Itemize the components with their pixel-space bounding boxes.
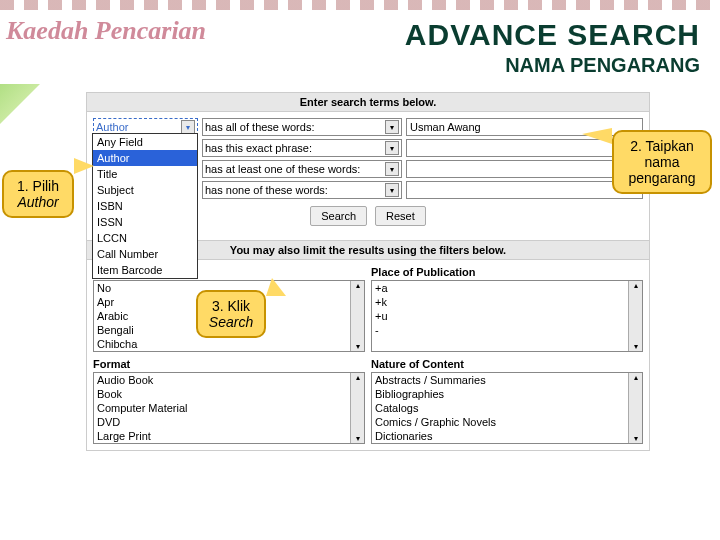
op-value: has all of these words: bbox=[205, 121, 314, 133]
operator-select[interactable]: has this exact phrase: ▾ bbox=[202, 139, 402, 157]
list-item[interactable]: DVD bbox=[94, 415, 364, 429]
nature-listbox[interactable]: Abstracts / Summaries Bibliographies Cat… bbox=[371, 372, 643, 444]
chevron-down-icon: ▾ bbox=[385, 120, 399, 134]
dropdown-option[interactable]: Call Number bbox=[93, 246, 197, 262]
chevron-down-icon: ▾ bbox=[385, 162, 399, 176]
reset-button[interactable]: Reset bbox=[375, 206, 426, 226]
chevron-down-icon: ▾ bbox=[181, 120, 195, 134]
filter-label: Format bbox=[93, 358, 365, 370]
list-item[interactable]: +a bbox=[372, 281, 642, 295]
search-term-input[interactable] bbox=[406, 160, 643, 178]
list-item[interactable]: Abstracts / Summaries bbox=[372, 373, 642, 387]
list-item[interactable]: Book bbox=[94, 387, 364, 401]
filter-grid: Language No Apr Arabic Bengali Chibcha ▴… bbox=[87, 260, 649, 450]
list-item[interactable]: Chibcha bbox=[94, 337, 364, 351]
search-term-input[interactable] bbox=[406, 181, 643, 199]
dropdown-option[interactable]: Subject bbox=[93, 182, 197, 198]
header: Kaedah Pencarian ADVANCE SEARCH NAMA PEN… bbox=[0, 10, 720, 88]
filter-format: Format Audio Book Book Computer Material… bbox=[93, 358, 365, 444]
decorative-top-border bbox=[0, 0, 720, 10]
op-value: has none of these words: bbox=[205, 184, 328, 196]
list-item[interactable]: Dictionaries bbox=[372, 429, 642, 443]
format-listbox[interactable]: Audio Book Book Computer Material DVD La… bbox=[93, 372, 365, 444]
filter-nature: Nature of Content Abstracts / Summaries … bbox=[371, 358, 643, 444]
scrollbar[interactable]: ▴▾ bbox=[628, 281, 642, 351]
dropdown-option[interactable]: ISBN bbox=[93, 198, 197, 214]
dropdown-option-selected[interactable]: Author bbox=[93, 150, 197, 166]
list-item[interactable]: Catalogs bbox=[372, 401, 642, 415]
dropdown-option[interactable]: Item Barcode bbox=[93, 262, 197, 278]
callout-text: pengarang bbox=[629, 170, 696, 186]
scrollbar[interactable]: ▴▾ bbox=[350, 281, 364, 351]
callout-1: 1. Pilih Author bbox=[2, 170, 74, 218]
operator-select[interactable]: has all of these words: ▾ bbox=[202, 118, 402, 136]
form-heading: Enter search terms below. bbox=[87, 93, 649, 112]
search-button[interactable]: Search bbox=[310, 206, 367, 226]
callout-text: 3. Klik bbox=[212, 298, 250, 314]
callout-3: 3. Klik Search bbox=[196, 290, 266, 338]
list-item[interactable]: Computer Material bbox=[94, 401, 364, 415]
callout-text: 1. Pilih bbox=[17, 178, 59, 194]
filter-label: Place of Publication bbox=[371, 266, 643, 278]
callout-text: Search bbox=[209, 314, 253, 330]
scrollbar[interactable]: ▴▾ bbox=[628, 373, 642, 443]
logo-text: Kaedah Pencarian bbox=[6, 16, 206, 46]
operator-select[interactable]: has at least one of these words: ▾ bbox=[202, 160, 402, 178]
page-subtitle: NAMA PENGARANG bbox=[505, 54, 700, 77]
decorative-triangle bbox=[0, 84, 40, 124]
callout-2: 2. Taipkan nama pengarang bbox=[612, 130, 712, 194]
callout-text: 2. Taipkan bbox=[630, 138, 694, 154]
list-item[interactable]: +k bbox=[372, 295, 642, 309]
dropdown-option[interactable]: ISSN bbox=[93, 214, 197, 230]
page-title: ADVANCE SEARCH bbox=[405, 18, 700, 52]
list-item[interactable]: Bibliographies bbox=[372, 387, 642, 401]
place-listbox[interactable]: +a +k +u - ▴▾ bbox=[371, 280, 643, 352]
scrollbar[interactable]: ▴▾ bbox=[350, 373, 364, 443]
filter-label: Nature of Content bbox=[371, 358, 643, 370]
field-dropdown-open[interactable]: Any Field Author Title Subject ISBN ISSN… bbox=[92, 133, 198, 279]
list-item[interactable]: Audio Book bbox=[94, 373, 364, 387]
field-value: Author bbox=[96, 121, 128, 133]
callout-text: Author bbox=[17, 194, 58, 210]
input-value: Usman Awang bbox=[410, 121, 481, 133]
dropdown-option[interactable]: Title bbox=[93, 166, 197, 182]
op-value: has this exact phrase: bbox=[205, 142, 312, 154]
dropdown-option[interactable]: Any Field bbox=[93, 134, 197, 150]
callout-pointer bbox=[266, 278, 286, 296]
list-item[interactable]: - bbox=[372, 323, 642, 337]
list-item[interactable]: Comics / Graphic Novels bbox=[372, 415, 642, 429]
filter-place: Place of Publication +a +k +u - ▴▾ bbox=[371, 266, 643, 352]
op-value: has at least one of these words: bbox=[205, 163, 360, 175]
list-item[interactable]: +u bbox=[372, 309, 642, 323]
operator-select[interactable]: has none of these words: ▾ bbox=[202, 181, 402, 199]
chevron-down-icon: ▾ bbox=[385, 183, 399, 197]
callout-pointer bbox=[582, 128, 612, 144]
list-item[interactable]: Large Print bbox=[94, 429, 364, 443]
chevron-down-icon: ▾ bbox=[385, 141, 399, 155]
callout-text: nama bbox=[644, 154, 679, 170]
dropdown-option[interactable]: LCCN bbox=[93, 230, 197, 246]
callout-pointer bbox=[74, 158, 94, 174]
